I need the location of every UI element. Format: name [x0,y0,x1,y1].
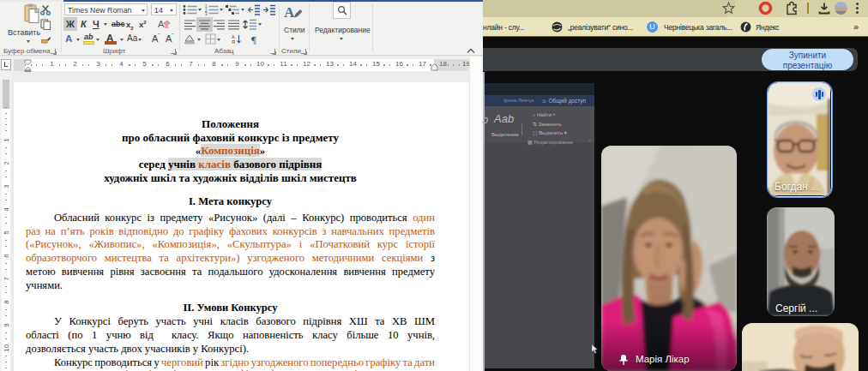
svg-text:¶: ¶ [251,33,256,45]
svg-text:Я: Я [232,39,235,45]
svg-text:A: A [158,19,165,29]
svg-text:3: 3 [205,12,208,15]
svg-text:A: A [284,4,295,21]
